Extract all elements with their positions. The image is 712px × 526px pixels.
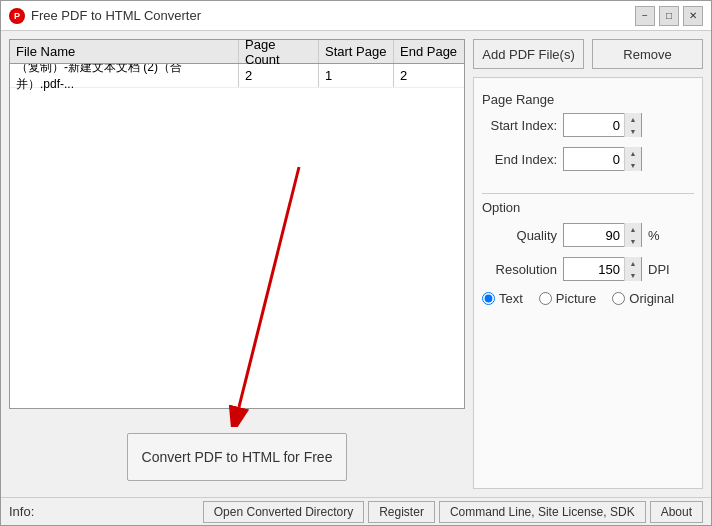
resolution-input[interactable] [564, 258, 624, 280]
table-body: （复制）-新建文本文档 (2)（合并）.pdf-... 2 1 2 [10, 64, 464, 408]
start-index-spinner: ▲ ▼ [563, 113, 642, 137]
remove-button[interactable]: Remove [592, 39, 703, 69]
col-header-pagecount: Page Count [239, 40, 319, 63]
start-index-row: Start Index: ▲ ▼ [482, 113, 694, 137]
quality-up[interactable]: ▲ [625, 223, 641, 235]
quality-spinner: ▲ ▼ [563, 223, 642, 247]
start-index-up[interactable]: ▲ [625, 113, 641, 125]
main-window: P Free PDF to HTML Converter − □ ✕ File … [0, 0, 712, 526]
main-content: File Name Page Count Start Page End Page… [1, 31, 711, 497]
cell-pagecount: 2 [239, 64, 319, 87]
close-button[interactable]: ✕ [683, 6, 703, 26]
table-row[interactable]: （复制）-新建文本文档 (2)（合并）.pdf-... 2 1 2 [10, 64, 464, 88]
title-bar-left: P Free PDF to HTML Converter [9, 8, 201, 24]
end-index-spinner-btns: ▲ ▼ [624, 147, 641, 171]
file-table: File Name Page Count Start Page End Page… [9, 39, 465, 409]
resolution-down[interactable]: ▼ [625, 269, 641, 281]
mode-text-label: Text [499, 291, 523, 306]
end-index-row: End Index: ▲ ▼ [482, 147, 694, 171]
cell-startpage: 1 [319, 64, 394, 87]
quality-spinner-btns: ▲ ▼ [624, 223, 641, 247]
start-index-label: Start Index: [482, 118, 557, 133]
col-header-filename: File Name [10, 40, 239, 63]
start-index-input[interactable] [564, 114, 624, 136]
resolution-spinner: ▲ ▼ [563, 257, 642, 281]
quality-down[interactable]: ▼ [625, 235, 641, 247]
resolution-spinner-btns: ▲ ▼ [624, 257, 641, 281]
mode-original-option[interactable]: Original [612, 291, 674, 306]
resolution-unit: DPI [648, 262, 670, 277]
mode-text-option[interactable]: Text [482, 291, 523, 306]
divider1 [482, 193, 694, 194]
start-index-down[interactable]: ▼ [625, 125, 641, 137]
mode-text-radio[interactable] [482, 292, 495, 305]
quality-unit: % [648, 228, 660, 243]
mode-original-radio[interactable] [612, 292, 625, 305]
col-header-startpage: Start Page [319, 40, 394, 63]
status-info-label: Info: [9, 504, 203, 519]
end-index-input[interactable] [564, 148, 624, 170]
resolution-row: Resolution ▲ ▼ DPI [482, 257, 694, 281]
quality-label: Quality [482, 228, 557, 243]
cmdline-button[interactable]: Command Line, Site License, SDK [439, 501, 646, 523]
mode-picture-label: Picture [556, 291, 596, 306]
end-index-up[interactable]: ▲ [625, 147, 641, 159]
open-dir-button[interactable]: Open Converted Directory [203, 501, 364, 523]
mode-radio-row: Text Picture Original [482, 291, 694, 306]
status-bar: Info: Open Converted Directory Register … [1, 497, 711, 525]
status-buttons: Open Converted Directory Register Comman… [203, 501, 703, 523]
register-button[interactable]: Register [368, 501, 435, 523]
end-index-label: End Index: [482, 152, 557, 167]
option-section-title: Option [482, 200, 694, 215]
add-pdf-button[interactable]: Add PDF File(s) [473, 39, 584, 69]
title-bar: P Free PDF to HTML Converter − □ ✕ [1, 1, 711, 31]
window-controls: − □ ✕ [635, 6, 703, 26]
cell-endpage: 2 [394, 64, 464, 87]
resolution-label: Resolution [482, 262, 557, 277]
page-range-section: Page Range Start Index: ▲ ▼ End Index: [482, 86, 694, 187]
options-panel: Page Range Start Index: ▲ ▼ End Index: [473, 77, 703, 489]
start-index-spinner-btns: ▲ ▼ [624, 113, 641, 137]
right-panel: Add PDF File(s) Remove Page Range Start … [473, 39, 703, 489]
minimize-button[interactable]: − [635, 6, 655, 26]
top-action-buttons: Add PDF File(s) Remove [473, 39, 703, 69]
mode-picture-option[interactable]: Picture [539, 291, 596, 306]
end-index-spinner: ▲ ▼ [563, 147, 642, 171]
resolution-up[interactable]: ▲ [625, 257, 641, 269]
maximize-button[interactable]: □ [659, 6, 679, 26]
app-icon: P [9, 8, 25, 24]
file-panel: File Name Page Count Start Page End Page… [9, 39, 465, 489]
end-index-down[interactable]: ▼ [625, 159, 641, 171]
window-title: Free PDF to HTML Converter [31, 8, 201, 23]
col-header-endpage: End Page [394, 40, 464, 63]
about-button[interactable]: About [650, 501, 703, 523]
convert-button-area: Convert PDF to HTML for Free [9, 425, 465, 489]
page-range-title: Page Range [482, 92, 694, 107]
table-header: File Name Page Count Start Page End Page [10, 40, 464, 64]
convert-button[interactable]: Convert PDF to HTML for Free [127, 433, 347, 481]
cell-filename: （复制）-新建文本文档 (2)（合并）.pdf-... [10, 64, 239, 87]
mode-picture-radio[interactable] [539, 292, 552, 305]
mode-original-label: Original [629, 291, 674, 306]
quality-row: Quality ▲ ▼ % [482, 223, 694, 247]
quality-input[interactable] [564, 224, 624, 246]
